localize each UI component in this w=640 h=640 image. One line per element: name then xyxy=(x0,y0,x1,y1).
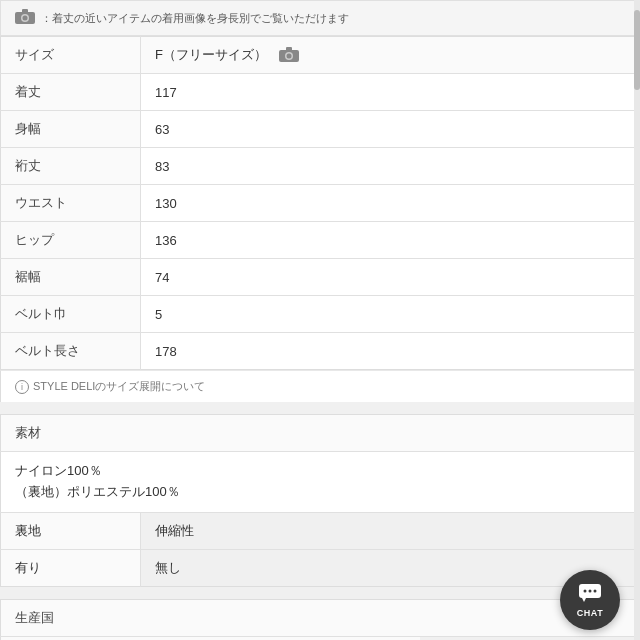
row-value: 178 xyxy=(141,333,640,370)
table-row: ベルト長さ 178 xyxy=(1,333,640,370)
material-table: 素材 ナイロン100％（裏地）ポリエステル100％ 裏地 伸縮性 有り 無し xyxy=(0,414,640,587)
table-row: 生産国 xyxy=(1,599,640,636)
material-section: 素材 ナイロン100％（裏地）ポリエステル100％ 裏地 伸縮性 有り 無し xyxy=(0,414,640,587)
row-value: 無し xyxy=(141,549,640,586)
material-header-label: 素材 xyxy=(1,415,640,452)
table-row: 有り 無し xyxy=(1,549,640,586)
row-value: 5 xyxy=(141,296,640,333)
table-row: ウエスト 130 xyxy=(1,185,640,222)
table-row: 着丈 117 xyxy=(1,74,640,111)
production-table: 生産国 韓国 xyxy=(0,599,640,640)
table-row: 裄丈 83 xyxy=(1,148,640,185)
table-row: 裏地 伸縮性 xyxy=(1,512,640,549)
svg-rect-3 xyxy=(22,9,28,13)
row-value: 83 xyxy=(141,148,640,185)
table-row: ヒップ 136 xyxy=(1,222,640,259)
table-row: 素材 xyxy=(1,415,640,452)
style-deli-note: i STYLE DELIのサイズ展開について xyxy=(0,370,640,402)
svg-point-2 xyxy=(23,16,28,21)
table-row: サイズ F（フリーサイズ） xyxy=(1,37,640,74)
row-label: 裏地 xyxy=(1,512,141,549)
material-content-text: ナイロン100％（裏地）ポリエステル100％ xyxy=(1,452,640,513)
row-value: 117 xyxy=(141,74,640,111)
row-value: 130 xyxy=(141,185,640,222)
size-value: F（フリーサイズ） xyxy=(141,37,639,73)
row-label: 身幅 xyxy=(1,111,141,148)
row-label: ウエスト xyxy=(1,185,141,222)
svg-point-11 xyxy=(594,589,597,592)
info-icon: i xyxy=(15,380,29,394)
row-label: 有り xyxy=(1,549,141,586)
production-header-label: 生産国 xyxy=(1,599,640,636)
table-row: 裾幅 74 xyxy=(1,259,640,296)
scrollbar-track xyxy=(634,0,640,640)
row-label: 裾幅 xyxy=(1,259,141,296)
table-row: 韓国 xyxy=(1,636,640,640)
table-row: 身幅 63 xyxy=(1,111,640,148)
table-row: ベルト巾 5 xyxy=(1,296,640,333)
row-label: 着丈 xyxy=(1,74,141,111)
top-banner: ：着丈の近いアイテムの着用画像を身長別でご覧いただけます xyxy=(0,0,640,36)
svg-rect-7 xyxy=(286,47,292,51)
row-value: 伸縮性 xyxy=(141,512,640,549)
svg-point-6 xyxy=(286,54,291,59)
size-section: サイズ F（フリーサイズ） xyxy=(0,36,640,402)
camera-icon-inline xyxy=(279,47,299,64)
row-label: ヒップ xyxy=(1,222,141,259)
svg-point-9 xyxy=(584,589,587,592)
row-value xyxy=(420,636,639,640)
row-value: 63 xyxy=(141,111,640,148)
camera-icon xyxy=(15,9,35,27)
row-label: 韓国 xyxy=(1,636,421,640)
chat-button[interactable]: CHAT xyxy=(560,570,620,630)
svg-marker-12 xyxy=(582,598,586,602)
row-label: ベルト巾 xyxy=(1,296,141,333)
style-deli-text: STYLE DELIのサイズ展開について xyxy=(33,379,205,394)
chat-bubble-icon xyxy=(578,583,602,606)
row-label: ベルト長さ xyxy=(1,333,141,370)
table-row: ナイロン100％（裏地）ポリエステル100％ xyxy=(1,452,640,513)
svg-point-10 xyxy=(589,589,592,592)
production-section: 生産国 韓国 xyxy=(0,599,640,640)
row-value: 136 xyxy=(141,222,640,259)
row-value: 74 xyxy=(141,259,640,296)
banner-text: ：着丈の近いアイテムの着用画像を身長別でご覧いただけます xyxy=(41,11,349,26)
scrollbar-thumb[interactable] xyxy=(634,10,640,90)
row-label: 裄丈 xyxy=(1,148,141,185)
size-table: サイズ F（フリーサイズ） xyxy=(0,36,640,370)
page-wrapper: ：着丈の近いアイテムの着用画像を身長別でご覧いただけます サイズ F（フリーサイ… xyxy=(0,0,640,640)
size-label: サイズ xyxy=(1,37,141,74)
chat-label: CHAT xyxy=(577,608,603,618)
